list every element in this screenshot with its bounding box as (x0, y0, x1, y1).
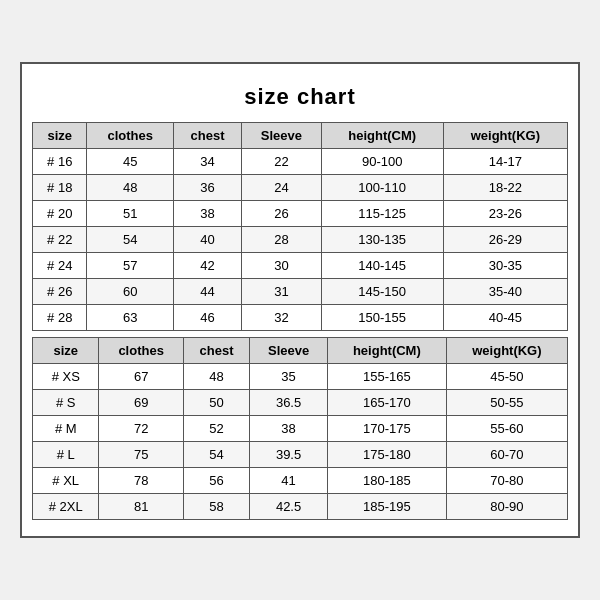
table-cell: 165-170 (327, 390, 446, 416)
table-cell: 22 (242, 149, 322, 175)
table-row: # XL785641180-18570-80 (33, 468, 568, 494)
col-size-2: size (33, 338, 99, 364)
table-cell: 38 (250, 416, 328, 442)
table2-body: # XS674835155-16545-50# S695036.5165-170… (33, 364, 568, 520)
table-cell: 56 (183, 468, 249, 494)
col-clothes-2: clothes (99, 338, 183, 364)
table-cell: 78 (99, 468, 183, 494)
table-cell: 41 (250, 468, 328, 494)
table-row: # 18483624100-11018-22 (33, 175, 568, 201)
table-cell: 42.5 (250, 494, 328, 520)
table-cell: 63 (87, 305, 173, 331)
chart-title: size chart (32, 74, 568, 122)
table-cell: 35-40 (443, 279, 567, 305)
table-cell: 185-195 (327, 494, 446, 520)
table-cell: 36 (173, 175, 241, 201)
table2-section: size clothes chest Sleeve height(CM) wei… (32, 337, 568, 520)
table-cell: # M (33, 416, 99, 442)
table-cell: 145-150 (321, 279, 443, 305)
table-cell: 150-155 (321, 305, 443, 331)
table-cell: 38 (173, 201, 241, 227)
table-row: # 26604431145-15035-40 (33, 279, 568, 305)
size-table-1: size clothes chest Sleeve height(CM) wei… (32, 122, 568, 331)
col-sleeve-2: Sleeve (250, 338, 328, 364)
table-cell: 52 (183, 416, 249, 442)
table-cell: # 18 (33, 175, 87, 201)
table-cell: 48 (87, 175, 173, 201)
table-cell: 14-17 (443, 149, 567, 175)
table-cell: 44 (173, 279, 241, 305)
table-cell: 35 (250, 364, 328, 390)
table-cell: 24 (242, 175, 322, 201)
table-cell: 26-29 (443, 227, 567, 253)
table-cell: 57 (87, 253, 173, 279)
table-row: # 2XL815842.5185-19580-90 (33, 494, 568, 520)
table-cell: 55-60 (446, 416, 567, 442)
table-cell: 140-145 (321, 253, 443, 279)
table1-section: size clothes chest Sleeve height(CM) wei… (32, 122, 568, 331)
table-cell: 100-110 (321, 175, 443, 201)
table-cell: 23-26 (443, 201, 567, 227)
size-table-2: size clothes chest Sleeve height(CM) wei… (32, 337, 568, 520)
table-cell: 51 (87, 201, 173, 227)
table-cell: 50-55 (446, 390, 567, 416)
table1-body: # 1645342290-10014-17# 18483624100-11018… (33, 149, 568, 331)
table-cell: 42 (173, 253, 241, 279)
table-cell: 80-90 (446, 494, 567, 520)
table-cell: 54 (87, 227, 173, 253)
table-cell: 30 (242, 253, 322, 279)
table-cell: # XL (33, 468, 99, 494)
table-cell: # 26 (33, 279, 87, 305)
table-cell: 130-135 (321, 227, 443, 253)
table-row: # 28634632150-15540-45 (33, 305, 568, 331)
table-cell: 30-35 (443, 253, 567, 279)
table-cell: # 16 (33, 149, 87, 175)
table-cell: 67 (99, 364, 183, 390)
table-cell: 60-70 (446, 442, 567, 468)
col-weight-1: weight(KG) (443, 123, 567, 149)
table-row: # 24574230140-14530-35 (33, 253, 568, 279)
table1-header: size clothes chest Sleeve height(CM) wei… (33, 123, 568, 149)
table2-header: size clothes chest Sleeve height(CM) wei… (33, 338, 568, 364)
table-cell: 180-185 (327, 468, 446, 494)
table-cell: 170-175 (327, 416, 446, 442)
table-cell: 75 (99, 442, 183, 468)
table-cell: 54 (183, 442, 249, 468)
table-row: # XS674835155-16545-50 (33, 364, 568, 390)
table-cell: 115-125 (321, 201, 443, 227)
table-cell: 155-165 (327, 364, 446, 390)
table-cell: # 20 (33, 201, 87, 227)
table-cell: 72 (99, 416, 183, 442)
table-cell: 40 (173, 227, 241, 253)
table-cell: # 22 (33, 227, 87, 253)
table-row: # M725238170-17555-60 (33, 416, 568, 442)
col-chest-2: chest (183, 338, 249, 364)
table-row: # 22544028130-13526-29 (33, 227, 568, 253)
table-cell: # S (33, 390, 99, 416)
col-sleeve-1: Sleeve (242, 123, 322, 149)
table-cell: 60 (87, 279, 173, 305)
table-cell: 40-45 (443, 305, 567, 331)
col-size-1: size (33, 123, 87, 149)
table-cell: 45 (87, 149, 173, 175)
table2-header-row: size clothes chest Sleeve height(CM) wei… (33, 338, 568, 364)
table-cell: 46 (173, 305, 241, 331)
table-row: # 1645342290-10014-17 (33, 149, 568, 175)
table-cell: 28 (242, 227, 322, 253)
table-cell: # 2XL (33, 494, 99, 520)
table-row: # L755439.5175-18060-70 (33, 442, 568, 468)
table-cell: 18-22 (443, 175, 567, 201)
col-weight-2: weight(KG) (446, 338, 567, 364)
table-cell: 50 (183, 390, 249, 416)
table-cell: 39.5 (250, 442, 328, 468)
table-cell: # L (33, 442, 99, 468)
col-chest-1: chest (173, 123, 241, 149)
col-height-1: height(CM) (321, 123, 443, 149)
table-row: # S695036.5165-17050-55 (33, 390, 568, 416)
table-cell: 175-180 (327, 442, 446, 468)
table-cell: 32 (242, 305, 322, 331)
table-cell: 69 (99, 390, 183, 416)
size-chart-container: size chart size clothes chest Sleeve hei… (20, 62, 580, 538)
table-cell: 34 (173, 149, 241, 175)
table1-header-row: size clothes chest Sleeve height(CM) wei… (33, 123, 568, 149)
